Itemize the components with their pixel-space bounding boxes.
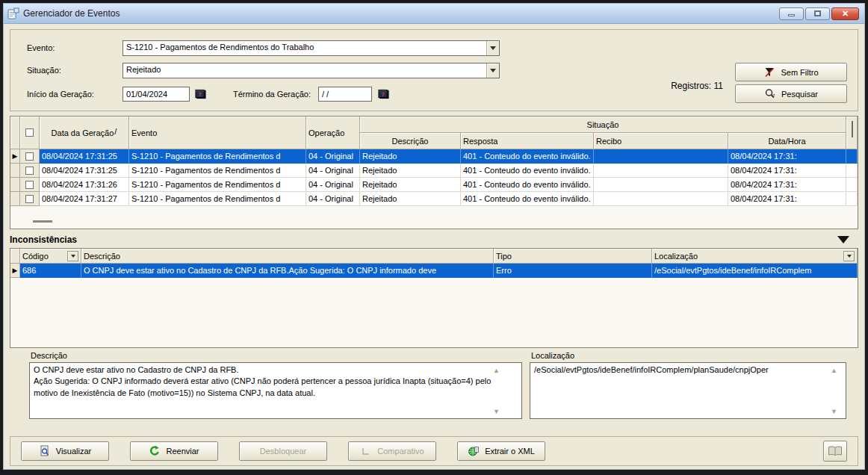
col-header-resposta[interactable]: Resposta: [461, 133, 594, 149]
evento-combobox[interactable]: S-1210 - Pagamentos de Rendimentos do Tr…: [123, 40, 500, 56]
col-header-localizacao[interactable]: Localização: [652, 249, 858, 264]
col-header-tipo[interactable]: Tipo: [494, 249, 652, 264]
help-button[interactable]: [823, 441, 847, 462]
cell-resposta: 401 - Conteudo do evento inválido.: [461, 192, 594, 206]
svg-text:7: 7: [198, 91, 201, 98]
close-icon: ✕: [842, 9, 849, 19]
row-checkbox[interactable]: [25, 181, 34, 189]
col-header-descricao[interactable]: Descrição: [81, 249, 494, 264]
inconsistencias-grid-header: Código Descrição Tipo Localização: [10, 249, 858, 264]
cell-operacao: 04 - Original: [306, 192, 360, 206]
maximize-button[interactable]: [805, 7, 830, 20]
current-row-marker: ▶: [10, 264, 20, 278]
row-checkbox-cell[interactable]: [20, 192, 40, 206]
cell-data-geracao: 08/04/2024 17:31:26: [40, 178, 129, 192]
row-selector-header: [10, 117, 20, 149]
cell-operacao: 04 - Original: [306, 178, 360, 192]
current-row-marker: ▶: [10, 149, 20, 164]
cell-descricao: Rejeitado: [360, 164, 461, 178]
cell-operacao: 04 - Original: [306, 149, 360, 164]
cell-descricao: Rejeitado: [360, 149, 461, 164]
row-checkbox-cell[interactable]: [20, 178, 40, 192]
events-grid: Data da Geração/ Evento Operação Situaçã…: [10, 116, 858, 229]
inicio-geracao-label: Início da Geração:: [27, 90, 94, 99]
select-all-checkbox[interactable]: [25, 128, 34, 137]
close-button[interactable]: ✕: [831, 7, 859, 20]
cell-data-hora: 08/04/2024 17:31:: [728, 149, 846, 164]
horizontal-scrollbar-thumb[interactable]: [33, 220, 52, 223]
col-header-data-geracao[interactable]: Data da Geração/: [40, 117, 129, 149]
cell-data-hora: 08/04/2024 17:31:: [728, 178, 846, 192]
row-checkbox-cell[interactable]: [20, 149, 40, 164]
cell-evento: S-1210 - Pagamentos de Rendimentos d: [129, 164, 306, 178]
col-header-codigo[interactable]: Código: [20, 249, 81, 264]
cell-resposta: 401 - Conteudo do evento inválido.: [461, 178, 594, 192]
col-header-recibo[interactable]: Recibo: [594, 133, 728, 149]
minimize-button[interactable]: [779, 7, 804, 20]
col-header-data-hora[interactable]: Data/Hora: [728, 133, 846, 149]
col-header-codigo-label: Código: [22, 252, 49, 261]
cell-recibo: [594, 164, 728, 178]
termino-calendar-button[interactable]: 7: [375, 87, 391, 102]
col-header-descricao[interactable]: Descrição: [360, 133, 461, 149]
termino-geracao-label: Término da Geração:: [233, 90, 311, 99]
inicio-calendar-button[interactable]: 7: [192, 87, 208, 102]
row-selector[interactable]: [10, 192, 20, 206]
registros-count: Registros: 11: [671, 81, 723, 91]
title-bar[interactable]: Gerenciador de Eventos ✕: [4, 4, 864, 24]
termino-geracao-input[interactable]: [318, 87, 372, 102]
cell-strip: [846, 178, 858, 192]
scroll-down-icon[interactable]: ▼: [831, 409, 837, 415]
row-selector[interactable]: [10, 164, 20, 178]
col-header-data-geracao-label: Data da Geração: [52, 128, 114, 137]
minimize-icon: [788, 14, 795, 16]
event-row[interactable]: 08/04/2024 17:31:26 S-1210 - Pagamentos …: [10, 178, 858, 192]
comparativo-button[interactable]: Comparativo: [348, 441, 436, 461]
inicio-geracao-input[interactable]: [123, 87, 190, 102]
cell-data-hora: 08/04/2024 17:31:: [728, 164, 846, 178]
scroll-down-icon[interactable]: ▼: [493, 409, 500, 415]
scroll-up-icon[interactable]: ▲: [831, 367, 837, 374]
event-row[interactable]: 08/04/2024 17:31:27 S-1210 - Pagamentos …: [10, 192, 858, 206]
detail-localizacao-box[interactable]: /eSocial/evtPgtos/ideBenef/infoIRComplem…: [530, 362, 846, 419]
codigo-filter-button[interactable]: [67, 251, 78, 261]
pesquisar-button[interactable]: ? Pesquisar: [735, 84, 847, 103]
select-all-header[interactable]: [20, 117, 40, 149]
chevron-down-icon: [490, 69, 496, 72]
cell-data-geracao: 08/04/2024 17:31:25: [40, 149, 129, 164]
window-inner: Gerenciador de Eventos ✕ Evento: S-1210 …: [3, 3, 865, 470]
extrair-xml-button[interactable]: Extrair o XML: [457, 441, 545, 461]
detail-descricao-box[interactable]: O CNPJ deve estar ativo no Cadastro de C…: [29, 362, 522, 419]
cell-data-geracao: 08/04/2024 17:31:27: [40, 192, 129, 206]
collapse-inconsistencias-icon[interactable]: [837, 236, 849, 243]
situacao-dropdown-button[interactable]: [486, 63, 499, 78]
sem-filtro-button[interactable]: Sem Filtro: [735, 63, 847, 81]
svg-text:7: 7: [381, 91, 384, 98]
inconsistencias-title: Inconsistências: [10, 235, 77, 245]
resend-icon: [149, 445, 161, 457]
cell-tipo: Erro: [494, 264, 652, 278]
col-header-operacao[interactable]: Operação: [306, 117, 360, 149]
col-header-evento[interactable]: Evento: [129, 117, 306, 149]
cell-descricao: Rejeitado: [360, 192, 461, 206]
evento-combobox-value: S-1210 - Pagamentos de Rendimentos do Tr…: [123, 41, 486, 55]
scroll-up-icon[interactable]: ▲: [493, 367, 500, 374]
situacao-combobox[interactable]: Rejeitado: [123, 63, 500, 78]
event-row[interactable]: ▶ 08/04/2024 17:31:25 S-1210 - Pagamento…: [10, 149, 858, 164]
row-checkbox[interactable]: [25, 152, 34, 161]
visualizar-button[interactable]: Visualizar: [21, 441, 109, 461]
reenviar-button[interactable]: Reenviar: [130, 441, 218, 461]
desbloquear-button[interactable]: Desbloquear: [239, 441, 327, 461]
pesquisar-label: Pesquisar: [781, 90, 818, 99]
row-checkbox-cell[interactable]: [20, 164, 40, 178]
cell-strip: [846, 164, 858, 178]
evento-dropdown-button[interactable]: [486, 41, 499, 55]
row-selector[interactable]: [10, 178, 20, 192]
row-checkbox[interactable]: [25, 167, 34, 175]
inconsistencia-row[interactable]: ▶ 686 O CNPJ deve estar ativo no Cadastr…: [10, 264, 858, 278]
filter-off-icon: [763, 66, 775, 78]
scrollbar-thumb[interactable]: [852, 121, 853, 137]
row-checkbox[interactable]: [25, 195, 34, 203]
event-row[interactable]: 08/04/2024 17:31:25 S-1210 - Pagamentos …: [10, 164, 858, 178]
localizacao-filter-button[interactable]: [843, 251, 855, 261]
